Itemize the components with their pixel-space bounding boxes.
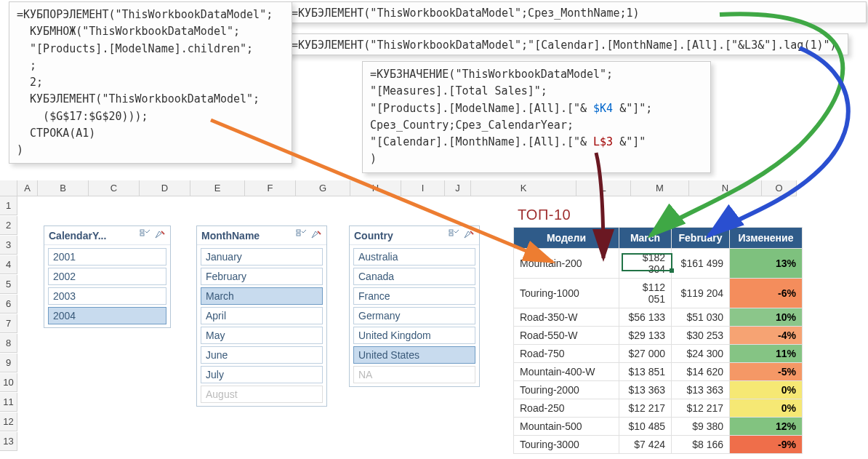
row-header[interactable]: 8 (0, 334, 17, 353)
change-cell: 10% (730, 308, 803, 327)
col-header[interactable]: N (689, 180, 762, 196)
table-row: Touring-2000 $13 363 $13 363 0% (514, 381, 803, 399)
slicer-header: MonthName (197, 226, 326, 245)
multiselect-icon[interactable] (137, 229, 151, 242)
col-header[interactable]: C (89, 180, 140, 196)
value-cell: $8 166 (672, 436, 730, 454)
model-cell: Road-250 (514, 399, 619, 418)
change-cell: 11% (730, 345, 803, 363)
slicer-country[interactable]: Country AustraliaCanadaFranceGermanyUnit… (349, 225, 480, 387)
row-header[interactable]: 6 (0, 295, 17, 314)
value-cell: $13 363 (672, 381, 730, 399)
slicer-item[interactable]: United Kingdom (353, 327, 475, 344)
slicer-item[interactable]: January (201, 248, 323, 266)
model-cell: Touring-2000 (514, 381, 619, 399)
col-header[interactable]: G (296, 180, 350, 196)
clear-filter-icon[interactable] (151, 229, 166, 242)
clear-filter-icon[interactable] (460, 229, 475, 242)
change-cell: 12% (730, 418, 803, 436)
value-cell: $14 620 (672, 363, 730, 381)
model-cell: Mountain-400-W (514, 363, 619, 381)
table-row: Road-750 $27 000 $24 300 11% (514, 345, 803, 363)
svg-rect-1 (140, 234, 144, 236)
row-header[interactable]: 11 (0, 393, 17, 412)
table-header: Модели (514, 228, 619, 249)
formula-box-4: =КУБЗНАЧЕНИЕ("ThisWorkbookDataModel"; "[… (362, 61, 711, 173)
slicer-year[interactable]: CalendarY... 2001200220032004 (44, 225, 171, 328)
table-row: Mountain-500 $10 485 $9 380 12% (514, 418, 803, 436)
slicer-item[interactable]: France (353, 287, 475, 305)
clear-filter-icon[interactable] (308, 229, 322, 242)
value-cell: $12 217 (619, 399, 672, 418)
multiselect-icon[interactable] (446, 229, 460, 242)
slicer-item[interactable]: February (201, 268, 323, 285)
slicer-item[interactable]: United States (353, 346, 475, 364)
model-cell: Road-750 (514, 345, 619, 363)
formula-box-3: =КУБЭЛЕМЕНТ("ThisWorkbookDataModel";"[Ca… (285, 33, 848, 55)
model-cell: Mountain-200 (514, 249, 619, 279)
row-header[interactable]: 7 (0, 314, 17, 333)
slicer-header: Country (350, 226, 479, 245)
model-cell: Road-550-W (514, 327, 619, 345)
table-row: Mountain-200 $182 304 $161 499 13% (514, 249, 803, 279)
col-header[interactable]: L (576, 180, 631, 196)
col-header[interactable]: J (445, 180, 471, 196)
row-header[interactable]: 1 (0, 196, 17, 215)
grid-corner[interactable] (0, 180, 17, 196)
value-cell: $56 133 (619, 308, 672, 327)
formula-text-1: =КУБПОРЭЛЕМЕНТ("ThisWorkbookDataModel"; … (17, 8, 273, 156)
table-row: Road-350-W $56 133 $51 030 10% (514, 308, 803, 327)
row-header[interactable]: 13 (0, 432, 17, 451)
formula-box-2: =КУБЭЛЕМЕНТ("ThisWorkbookDataModel";Срез… (285, 1, 867, 23)
slicer-month[interactable]: MonthName JanuaryFebruaryMarchAprilMayJu… (196, 225, 327, 407)
slicer-item[interactable]: March (201, 287, 323, 305)
svg-rect-4 (297, 234, 300, 236)
svg-line-2 (161, 231, 164, 234)
row-header[interactable]: 10 (0, 373, 17, 392)
slicer-item[interactable]: May (201, 327, 323, 344)
col-header[interactable]: B (38, 180, 89, 196)
row-header[interactable]: 9 (0, 354, 17, 372)
row-header[interactable]: 2 (0, 216, 17, 235)
slicer-item[interactable]: 2001 (48, 248, 166, 266)
model-cell: Touring-1000 (514, 279, 619, 308)
col-header[interactable]: D (140, 180, 190, 196)
svg-rect-6 (449, 230, 453, 232)
top10-title: ТОП-10 (518, 207, 571, 223)
value-cell: $9 380 (672, 418, 730, 436)
col-header[interactable]: H (350, 180, 401, 196)
slicer-item[interactable]: Australia (353, 248, 475, 266)
slicer-item[interactable]: June (201, 346, 323, 364)
slicer-item[interactable]: April (201, 307, 323, 324)
row-header[interactable]: 4 (0, 255, 17, 274)
col-header[interactable]: M (631, 180, 689, 196)
slicer-item[interactable]: NA (353, 366, 475, 383)
row-header[interactable]: 5 (0, 275, 17, 294)
col-header[interactable]: O (762, 180, 797, 196)
value-cell: $12 217 (672, 399, 730, 418)
row-header[interactable]: 3 (0, 236, 17, 255)
multiselect-icon[interactable] (293, 229, 308, 242)
slicer-item[interactable]: 2002 (48, 268, 166, 285)
col-header[interactable]: K (471, 180, 576, 196)
table-header: March (619, 228, 672, 249)
value-cell: $10 485 (619, 418, 672, 436)
value-cell: $112 051 (619, 279, 672, 308)
slicer-item[interactable]: July (201, 366, 323, 383)
table-header: February (672, 228, 730, 249)
col-header[interactable]: E (190, 180, 245, 196)
slicer-item[interactable]: Canada (353, 268, 475, 285)
table-header: Изменение (730, 228, 803, 249)
slicer-item[interactable]: 2004 (48, 307, 166, 324)
col-header[interactable]: A (17, 180, 38, 196)
svg-rect-7 (449, 234, 453, 236)
table-row: Touring-3000 $7 424 $8 166 -9% (514, 436, 803, 454)
col-header[interactable]: F (245, 180, 296, 196)
svg-rect-0 (140, 230, 144, 232)
slicer-item[interactable]: 2003 (48, 287, 166, 305)
col-header[interactable]: I (401, 180, 445, 196)
slicer-item[interactable]: Germany (353, 307, 475, 324)
top10-table: МоделиMarchFebruaryИзменение Mountain-20… (513, 227, 803, 454)
slicer-item[interactable]: August (201, 386, 323, 403)
row-header[interactable]: 12 (0, 412, 17, 431)
